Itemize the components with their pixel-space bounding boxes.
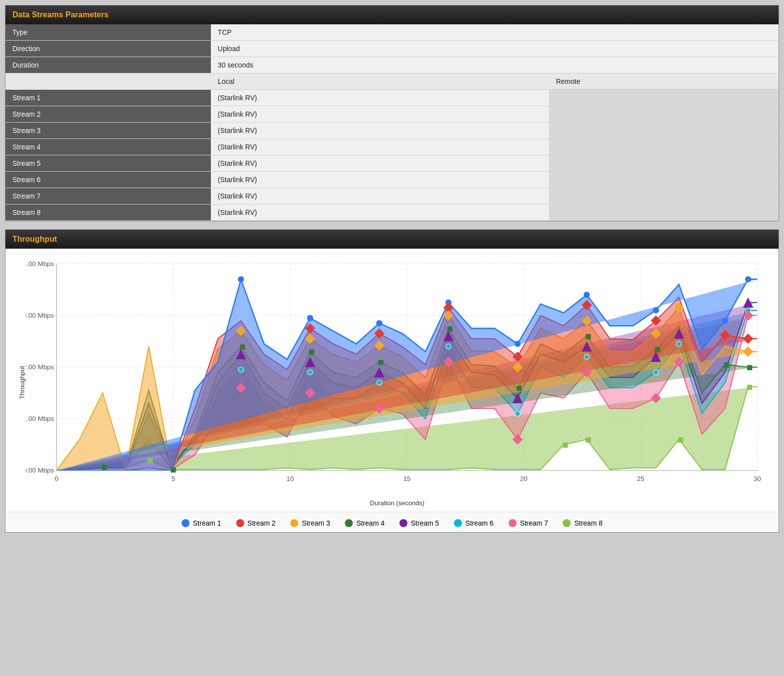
table-row: Duration 30 seconds (5, 57, 779, 73)
legend-item: Stream 1 (182, 519, 221, 527)
stream-row: Stream 6 (Starlink RV) (5, 172, 779, 188)
svg-text:3.00 Mbps: 3.00 Mbps (26, 312, 54, 319)
legend-item: Stream 7 (509, 519, 548, 527)
svg-marker-49 (743, 334, 753, 344)
legend-item: Stream 5 (399, 519, 439, 527)
svg-rect-101 (747, 385, 752, 390)
svg-point-33 (238, 276, 244, 282)
stream-local: (Starlink RV) (211, 172, 549, 188)
chart-area: Throughput (5, 249, 779, 512)
stream-local: (Starlink RV) (211, 90, 549, 106)
legend-label: Stream 8 (574, 519, 602, 527)
chart-right: 4.00 Mbps 3.00 Mbps 2.00 Mbps 1.00 Mbps … (26, 259, 769, 507)
svg-rect-63 (378, 360, 383, 365)
svg-text:5: 5 (172, 475, 175, 482)
legend-dot (454, 519, 462, 527)
row-value: TCP (211, 24, 779, 41)
local-header: Local (211, 73, 549, 90)
legend-dot (290, 519, 298, 527)
row-value: 30 seconds (211, 57, 779, 73)
legend-item: Stream 4 (345, 519, 385, 527)
legend-label: Stream 7 (520, 519, 548, 527)
throughput-panel: Throughput Throughput (5, 229, 779, 533)
svg-rect-67 (655, 347, 660, 352)
chart-inner: Throughput (15, 259, 769, 507)
svg-point-83 (515, 411, 520, 416)
legend-label: Stream 5 (411, 519, 439, 527)
stream-local: (Starlink RV) (211, 123, 549, 139)
svg-point-34 (307, 315, 313, 321)
stream-remote (549, 90, 779, 106)
stream-row: Stream 5 (Starlink RV) (5, 155, 779, 172)
row-label: Direction (5, 41, 211, 57)
svg-text:25: 25 (637, 475, 644, 482)
svg-rect-64 (448, 326, 453, 331)
throughput-header: Throughput (5, 230, 779, 249)
stream-remote (549, 204, 779, 221)
remote-header: Remote (549, 73, 779, 90)
stream-row: Stream 8 (Starlink RV) (5, 204, 779, 221)
stream-row: Stream 2 (Starlink RV) (5, 106, 779, 123)
svg-rect-100 (678, 437, 683, 442)
svg-point-80 (308, 370, 313, 375)
legend-item: Stream 3 (290, 519, 330, 527)
legend-dot (399, 519, 407, 527)
stream-local: (Starlink RV) (211, 155, 549, 172)
row-label: Duration (5, 57, 211, 73)
stream-row: Stream 4 (Starlink RV) (5, 139, 779, 155)
stream-local: (Starlink RV) (211, 106, 549, 123)
svg-rect-62 (309, 349, 314, 354)
stream-label: Stream 1 (5, 90, 211, 106)
svg-rect-69 (747, 365, 752, 370)
stream-remote (549, 106, 779, 123)
svg-text:30: 30 (754, 475, 761, 482)
svg-rect-65 (517, 386, 522, 391)
svg-point-81 (377, 380, 382, 385)
params-panel: Data Streams Parameters Type TCPDirectio… (5, 5, 779, 221)
svg-text:2.00 Mbps: 2.00 Mbps (26, 363, 54, 371)
stream-remote (549, 172, 779, 188)
svg-point-79 (238, 367, 243, 372)
svg-marker-58 (743, 346, 753, 357)
chart-svg: 4.00 Mbps 3.00 Mbps 2.00 Mbps 1.00 Mbps … (26, 259, 769, 496)
sub-header-row: Local Remote (5, 73, 779, 90)
legend-label: Stream 3 (302, 519, 330, 527)
table-row: Type TCP (5, 24, 779, 41)
svg-point-40 (722, 318, 728, 324)
stream-remote (549, 155, 779, 172)
stream-remote (549, 188, 779, 204)
svg-point-41 (745, 276, 751, 282)
svg-text:15: 15 (403, 475, 411, 482)
stream-remote (549, 123, 779, 139)
row-label: Type (5, 24, 211, 41)
stream-label: Stream 2 (5, 106, 211, 123)
stream-row: Stream 3 (Starlink RV) (5, 123, 779, 139)
params-header: Data Streams Parameters (5, 5, 779, 24)
table-row: Direction Upload (5, 41, 779, 57)
svg-point-35 (376, 320, 382, 326)
legend-label: Stream 2 (248, 519, 276, 527)
svg-point-37 (515, 341, 521, 347)
legend-label: Stream 1 (193, 519, 221, 527)
stream-label: Stream 8 (5, 204, 211, 221)
stream-label: Stream 6 (5, 172, 211, 188)
stream-label: Stream 4 (5, 139, 211, 155)
stream-label: Stream 5 (5, 155, 211, 172)
svg-rect-59 (102, 465, 107, 470)
svg-text:0: 0 (55, 475, 58, 482)
chart-container: Throughput (15, 259, 769, 507)
svg-point-85 (653, 370, 658, 375)
legend: Stream 1 Stream 2 Stream 3 Stream 4 Stre… (5, 512, 779, 532)
throughput-title: Throughput (12, 235, 57, 243)
svg-rect-61 (240, 344, 245, 349)
svg-text:0.00 Mbps: 0.00 Mbps (26, 467, 54, 474)
svg-rect-99 (586, 437, 590, 442)
svg-text:1.00 Mbps: 1.00 Mbps (26, 415, 54, 422)
y-axis-label: Throughput (15, 259, 26, 507)
stream-local: (Starlink RV) (211, 204, 549, 221)
stream-local: (Starlink RV) (211, 139, 549, 155)
legend-dot (345, 519, 353, 527)
svg-text:10: 10 (286, 475, 294, 482)
legend-label: Stream 4 (356, 519, 385, 527)
legend-dot (236, 519, 244, 527)
